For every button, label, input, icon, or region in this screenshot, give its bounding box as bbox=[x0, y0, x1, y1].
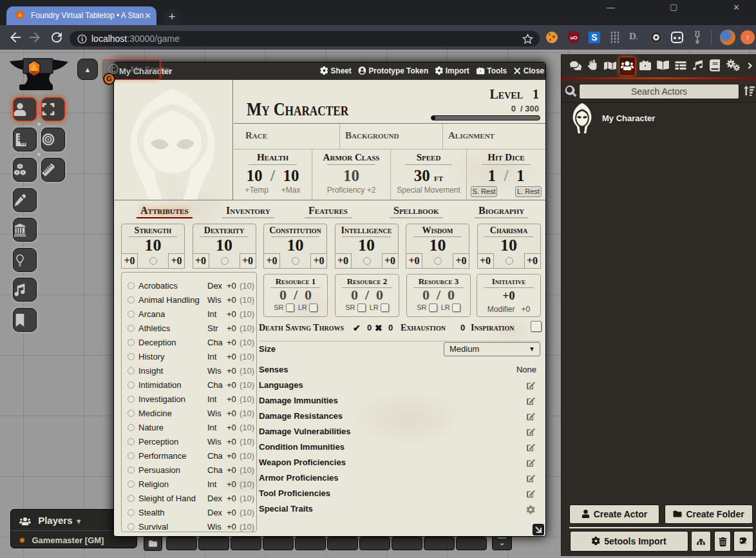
svg-text:uO: uO bbox=[570, 35, 577, 41]
